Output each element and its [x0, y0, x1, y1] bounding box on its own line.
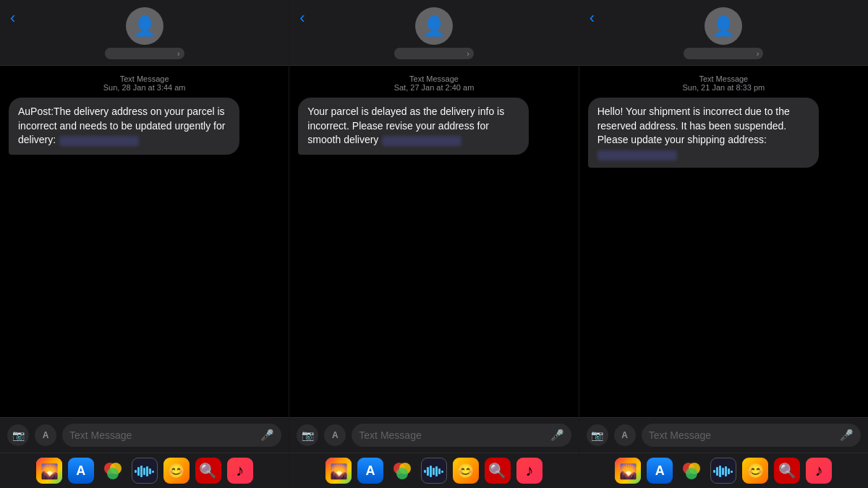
svg-rect-36 [725, 466, 727, 476]
svg-rect-34 [719, 466, 721, 477]
dock-audio-1[interactable] [132, 458, 158, 484]
avatar-3: 👤 [705, 7, 742, 45]
dock-1: 🌄 A 😊 🔍 ♪ [0, 453, 289, 488]
svg-point-18 [396, 468, 408, 479]
message-bubble-2: Your parcel is delayed as the delivery i… [298, 98, 529, 155]
dock-search-2[interactable]: 🔍 [485, 458, 511, 484]
user-icon-3: 👤 [712, 15, 735, 38]
svg-rect-19 [424, 470, 426, 473]
header-2: ‹ 👤 › [289, 0, 578, 66]
message-meta-2: Text Message Sat, 27 Jan at 2:40 am [298, 74, 569, 92]
dock-bitmoji-2[interactable]: 😊 [453, 458, 479, 484]
camera-button-2[interactable]: 📷 [297, 424, 318, 446]
avatar-2: 👤 [415, 7, 453, 45]
svg-rect-33 [716, 467, 718, 476]
contact-name-bar-1[interactable]: › [105, 48, 184, 59]
svg-rect-25 [441, 471, 443, 473]
apps-button-2[interactable]: A [324, 424, 346, 446]
svg-rect-12 [152, 471, 154, 473]
dock-appstore-3[interactable]: A [647, 458, 673, 484]
dock-music-2[interactable]: ♪ [516, 458, 542, 484]
dock-audio-3[interactable] [710, 458, 736, 484]
phone-screen-2: ‹ 👤 › Text Message Sat, 27 Jan at 2:40 a… [289, 0, 579, 488]
svg-rect-32 [713, 470, 715, 473]
dock-audio-2[interactable] [421, 458, 447, 484]
phone-screen-1: ‹ 👤 › Text Message Sun, 28 Jan at 3:44 a… [0, 0, 289, 488]
message-date-1: Sun, 28 Jan at 3:44 am [9, 83, 280, 92]
input-bar-2: 📷 A Text Message 🎤 [289, 417, 578, 453]
dock-photos-2[interactable]: 🌄 [326, 458, 352, 484]
svg-rect-37 [728, 468, 730, 474]
dock-music-1[interactable]: ♪ [227, 458, 253, 484]
dock-3: 🌄 A 😊 🔍 ♪ [579, 453, 868, 488]
dock-bitmoji-3[interactable]: 😊 [742, 458, 768, 484]
dock-colors-2[interactable] [389, 458, 415, 484]
text-input-3[interactable]: Text Message 🎤 [642, 424, 861, 447]
message-meta-3: Text Message Sun, 21 Jan at 8:33 pm [588, 74, 859, 92]
blurred-link-3 [597, 150, 677, 160]
message-type-label-2: Text Message [298, 74, 569, 83]
message-meta-1: Text Message Sun, 28 Jan at 3:44 am [9, 74, 280, 92]
svg-rect-8 [140, 466, 142, 477]
message-bubble-3: Hello! Your shipment is incorrect due to… [588, 98, 819, 168]
camera-button-3[interactable]: 📷 [587, 424, 608, 446]
svg-rect-24 [438, 468, 441, 474]
user-icon-1: 👤 [133, 15, 156, 38]
svg-rect-10 [146, 466, 148, 476]
contact-name-bar-2[interactable]: › [394, 48, 474, 59]
header-1: ‹ 👤 › [0, 0, 289, 66]
bubble-text-3: Hello! Your shipment is incorrect due to… [597, 106, 790, 145]
svg-text:🌄: 🌄 [619, 463, 637, 480]
dock-music-3[interactable]: ♪ [806, 458, 832, 484]
mic-icon-2[interactable]: 🎤 [550, 429, 564, 442]
chevron-icon-1: › [177, 49, 180, 58]
dock-search-1[interactable]: 🔍 [195, 458, 221, 484]
input-placeholder-1: Text Message [69, 429, 132, 441]
chevron-icon-3: › [757, 49, 760, 58]
svg-rect-22 [433, 468, 435, 475]
message-area-1: Text Message Sun, 28 Jan at 3:44 am AuPo… [0, 66, 289, 417]
mic-icon-3[interactable]: 🎤 [840, 429, 854, 442]
input-placeholder-2: Text Message [359, 429, 421, 441]
header-3: ‹ 👤 › [579, 0, 868, 66]
dock-appstore-1[interactable]: A [68, 458, 94, 484]
apps-button-1[interactable]: A [35, 424, 56, 446]
apps-button-3[interactable]: A [614, 424, 636, 446]
message-type-label-1: Text Message [9, 74, 280, 83]
input-placeholder-3: Text Message [649, 429, 711, 441]
dock-2: 🌄 A 😊 🔍 ♪ [289, 453, 578, 488]
message-area-3: Text Message Sun, 21 Jan at 8:33 pm Hell… [579, 66, 868, 417]
message-date-2: Sat, 27 Jan at 2:40 am [298, 83, 569, 92]
text-input-1[interactable]: Text Message 🎤 [62, 424, 281, 447]
phone-screen-3: ‹ 👤 › Text Message Sun, 21 Jan at 8:33 p… [579, 0, 868, 488]
svg-point-5 [107, 468, 119, 479]
svg-text:🌄: 🌄 [40, 463, 58, 480]
svg-rect-23 [435, 466, 438, 476]
mic-icon-1[interactable]: 🎤 [260, 429, 274, 442]
dock-search-3[interactable]: 🔍 [774, 458, 800, 484]
dock-photos-1[interactable]: 🌄 [36, 458, 62, 484]
input-bar-3: 📷 A Text Message 🎤 [579, 417, 868, 453]
dock-colors-1[interactable] [100, 458, 126, 484]
dock-bitmoji-1[interactable]: 😊 [163, 458, 190, 484]
text-input-2[interactable]: Text Message 🎤 [352, 424, 571, 447]
contact-name-bar-3[interactable]: › [684, 48, 763, 59]
message-bubble-1: AuPost:The delivery address on your parc… [9, 98, 239, 155]
dock-appstore-2[interactable]: A [357, 458, 383, 484]
svg-point-31 [686, 468, 697, 479]
svg-rect-6 [135, 470, 137, 473]
blurred-link-1 [59, 136, 139, 146]
svg-rect-35 [722, 468, 724, 475]
dock-colors-3[interactable] [678, 458, 705, 484]
chevron-icon-2: › [467, 49, 469, 58]
blurred-link-2 [382, 136, 461, 146]
back-button-3[interactable]: ‹ [590, 10, 595, 26]
back-button-2[interactable]: ‹ [299, 10, 305, 26]
avatar-1: 👤 [126, 7, 163, 45]
message-date-3: Sun, 21 Jan at 8:33 pm [588, 83, 859, 92]
camera-button-1[interactable]: 📷 [7, 424, 29, 446]
dock-photos-3[interactable]: 🌄 [615, 458, 641, 484]
back-button-1[interactable]: ‹ [10, 10, 15, 26]
svg-rect-38 [731, 471, 733, 473]
svg-rect-21 [430, 466, 432, 477]
